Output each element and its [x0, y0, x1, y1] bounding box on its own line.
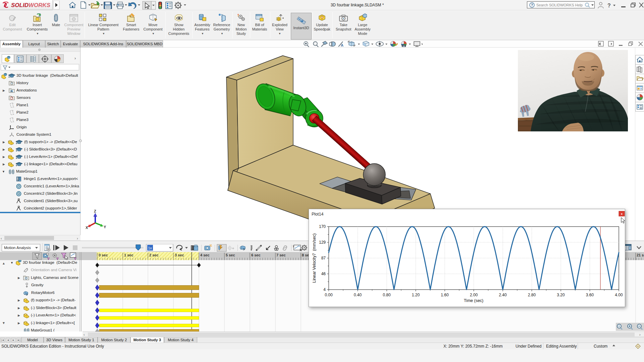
svg-text:1.20: 1.20 — [412, 293, 420, 297]
svg-text:?: ? — [607, 3, 611, 8]
svg-text:!: ! — [322, 16, 323, 19]
svg-text:1x: 1x — [148, 246, 152, 250]
svg-text:1.60: 1.60 — [441, 293, 449, 297]
svg-text:3.20: 3.20 — [557, 293, 565, 297]
svg-text:4: 4 — [323, 287, 326, 292]
svg-text:x: x — [621, 212, 623, 216]
svg-text:Linear Velocity7 (mm/sec): Linear Velocity7 (mm/sec) — [312, 233, 317, 283]
svg-text:Time (sec): Time (sec) — [464, 298, 484, 303]
svg-text:2.00: 2.00 — [470, 293, 478, 297]
svg-text:46: 46 — [321, 272, 326, 276]
svg-text:0.40: 0.40 — [354, 293, 362, 297]
svg-text:?: ? — [531, 3, 533, 7]
svg-text:0.00: 0.00 — [325, 293, 333, 297]
svg-text:170: 170 — [319, 224, 326, 229]
svg-text:y: y — [293, 245, 294, 247]
svg-text:3.60: 3.60 — [586, 293, 594, 297]
svg-text:A: A — [10, 89, 12, 93]
svg-text:2.40: 2.40 — [499, 293, 507, 297]
svg-text:4.00: 4.00 — [615, 293, 623, 297]
svg-text:0.80: 0.80 — [383, 293, 391, 297]
svg-text:129: 129 — [319, 240, 326, 245]
svg-text:Plot14: Plot14 — [312, 212, 323, 217]
svg-text:87: 87 — [321, 256, 326, 260]
svg-text:SOLIDWORKS: SOLIDWORKS — [11, 2, 51, 8]
svg-text:A: A — [341, 43, 343, 47]
svg-text:2.80: 2.80 — [528, 293, 536, 297]
